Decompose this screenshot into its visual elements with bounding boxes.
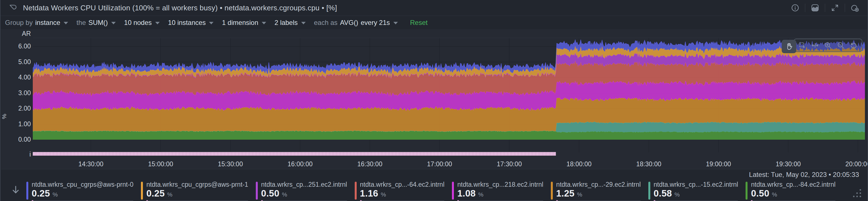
add-chart-icon[interactable] xyxy=(848,2,861,14)
toolbar-dropdown-1-dimension[interactable]: 1 dimension xyxy=(222,19,266,27)
legend-series-name: ntdta.wrkrs_cp...-84.ec2.intrnl xyxy=(751,181,836,189)
toolbar-value: 2 labels xyxy=(275,19,298,27)
chevron-down-icon xyxy=(262,22,266,24)
netdata-logo-icon xyxy=(8,3,18,12)
legend-series-value: 1.08 xyxy=(457,189,475,198)
chevron-down-icon xyxy=(209,22,214,24)
legend-item[interactable]: ntdta.wrkrs_cp...-64.ec2.intrnl1.16% xyxy=(355,181,445,201)
legend-color-bar xyxy=(452,182,454,200)
info-icon[interactable] xyxy=(789,2,802,14)
legend-series-name: ntdta.wrkrs_cp...-15.ec2.intrnl xyxy=(654,181,738,189)
legend-color-bar xyxy=(26,182,28,200)
y-axis-unit-label: % xyxy=(1,114,7,119)
x-tick-label: 19:30:00 xyxy=(764,160,812,168)
latest-timestamp: Latest: Tue, May 02, 2023 • 20:05:33 xyxy=(1,169,867,179)
x-tick-label: 19:00:00 xyxy=(694,160,742,168)
legend-series-value: 0.50 xyxy=(261,189,279,198)
legend-item[interactable]: ntdta.wrkrs_cp...251.ec2.intrnl0.50% xyxy=(256,181,347,201)
toolbar-dropdown-2-labels[interactable]: 2 labels xyxy=(275,19,306,27)
toolbar-value: 1 dimension xyxy=(222,19,258,27)
toolbar-dropdown-each-as[interactable]: each asAVG()every 21s xyxy=(314,19,398,27)
y-tick-label: 4.00 xyxy=(4,74,31,80)
chevron-down-icon xyxy=(301,22,306,24)
resize-grip-icon[interactable] xyxy=(851,188,863,199)
chevron-down-icon xyxy=(155,22,160,24)
legend-item[interactable]: ntdta.wrkrs_cp...-15.ec2.intrnl0.58% xyxy=(648,181,738,201)
legend-series-value-row: 0.58% xyxy=(654,189,738,199)
x-tick-label: 15:00:00 xyxy=(137,160,184,168)
legend-item-main: ntdta.wrkrs_cp...-64.ec2.intrnl1.16% xyxy=(360,181,445,201)
x-tick-label: 17:30:00 xyxy=(486,160,533,168)
legend-series-unit: % xyxy=(52,190,58,199)
y-tick-label: 3.00 xyxy=(4,90,31,96)
legend-series-unit: % xyxy=(772,190,777,199)
legend-series-name: ntdta.wrkrs_cpu_cgrps@aws-prnt-1 xyxy=(146,181,248,189)
legend-item-main: ntdta.wrkrs_cp...-29.ec2.intrnl1.25% xyxy=(556,181,641,201)
legend-color-bar xyxy=(551,182,553,200)
legend-item[interactable]: ntdta.wrkrs_cpu_cgrps@aws-prnt-10.25% xyxy=(141,181,248,201)
legend-series-unit: % xyxy=(167,190,173,199)
legend-color-bar xyxy=(648,182,650,200)
sort-descending-icon[interactable] xyxy=(10,184,21,195)
toolbar-dropdown-10-instances[interactable]: 10 instances xyxy=(168,19,214,27)
x-tick-label: 15:30:00 xyxy=(207,160,254,168)
chevron-down-icon xyxy=(111,22,116,24)
legend-series-name: ntdta.wrkrs_cp...218.ec2.intrnl xyxy=(457,181,543,189)
legend-series-value: 0.58 xyxy=(654,189,672,198)
chart-title: Netdata Workers CPU Utilization (100% = … xyxy=(23,4,337,12)
toolbar-dropdown-the[interactable]: theSUM() xyxy=(76,19,116,27)
toolbar-value: instance xyxy=(35,19,60,27)
legend-series-value-row: 0.50% xyxy=(751,189,836,199)
zoom-in-icon[interactable] xyxy=(822,40,834,51)
reset-zoom-icon[interactable] xyxy=(847,40,860,51)
legend-item[interactable]: ntdta.wrkrs_cp...-29.ec2.intrnl1.25% xyxy=(551,181,641,201)
toolbar-suffix: every 21s xyxy=(361,19,390,27)
select-horizontally-icon[interactable] xyxy=(809,40,822,51)
chart-area[interactable]: AR % i 0.001.002.003.004.005.006.00 14:3… xyxy=(1,29,867,169)
title-bar: Netdata Workers CPU Utilization (100% = … xyxy=(1,0,867,16)
pan-icon[interactable] xyxy=(782,40,796,53)
select-area-icon[interactable] xyxy=(796,40,809,51)
legend-series-value: 0.25 xyxy=(146,189,164,198)
toolbar-value: 10 instances xyxy=(168,19,206,27)
legend-item[interactable]: ntdta.wrkrs_cpu_cgrps@aws-prnt-00.25% xyxy=(26,181,133,201)
chart-widget: Netdata Workers CPU Utilization (100% = … xyxy=(0,0,868,201)
legend-series-value-row: 1.08% xyxy=(457,189,543,199)
legend-item-main: ntdta.wrkrs_cpu_cgrps@aws-prnt-10.25% xyxy=(146,181,248,201)
info-axis-label: i xyxy=(4,150,31,158)
zoom-out-icon[interactable] xyxy=(834,40,847,51)
fullscreen-icon[interactable] xyxy=(829,2,841,14)
toolbar-label: Group by xyxy=(5,19,33,27)
anomaly-ribbon xyxy=(33,152,556,156)
reset-button[interactable]: Reset xyxy=(410,19,428,27)
legend-color-bar xyxy=(256,182,258,200)
chart-type-icon[interactable] xyxy=(809,2,822,14)
legend-series-value: 0.50 xyxy=(751,189,769,198)
x-tick-label: 18:30:00 xyxy=(625,160,673,168)
toolbar-value: 10 nodes xyxy=(124,19,152,27)
legend-series-value-row: 0.25% xyxy=(32,189,133,199)
legend: ntdta.wrkrs_cpu_cgrps@aws-prnt-00.25%ntd… xyxy=(1,179,867,201)
stacked-area-plot[interactable] xyxy=(33,38,865,152)
toolbar-label: each as xyxy=(314,19,338,27)
x-tick-label: 18:00:00 xyxy=(555,160,603,168)
anomaly-rate-axis-label: AR xyxy=(4,30,31,37)
divider xyxy=(845,4,845,12)
legend-series-value-row: 0.50% xyxy=(261,189,347,199)
chart-toolbar: Group byinstancetheSUM()10 nodes10 insta… xyxy=(1,16,867,29)
legend-series-unit: % xyxy=(478,190,484,199)
legend-item[interactable]: ntdta.wrkrs_cp...-84.ec2.intrnl0.50% xyxy=(746,181,836,201)
legend-item-main: ntdta.wrkrs_cp...-15.ec2.intrnl0.58% xyxy=(654,181,738,201)
legend-item-main: ntdta.wrkrs_cpu_cgrps@aws-prnt-00.25% xyxy=(32,181,133,201)
legend-item-main: ntdta.wrkrs_cp...251.ec2.intrnl0.50% xyxy=(261,181,347,201)
y-tick-label: 0.00 xyxy=(4,136,31,143)
legend-items: ntdta.wrkrs_cpu_cgrps@aws-prnt-00.25%ntd… xyxy=(26,181,836,201)
legend-series-unit: % xyxy=(282,190,287,199)
x-tick-label: 20:00:00 xyxy=(834,160,868,168)
legend-series-value: 1.25 xyxy=(556,189,575,198)
x-tick-label: 16:00:00 xyxy=(276,160,324,168)
toolbar-dropdown-10-nodes[interactable]: 10 nodes xyxy=(124,19,160,27)
toolbar-dropdown-group-by[interactable]: Group byinstance xyxy=(5,19,68,27)
legend-item[interactable]: ntdta.wrkrs_cp...218.ec2.intrnl1.08% xyxy=(452,181,543,201)
legend-series-unit: % xyxy=(577,190,583,199)
